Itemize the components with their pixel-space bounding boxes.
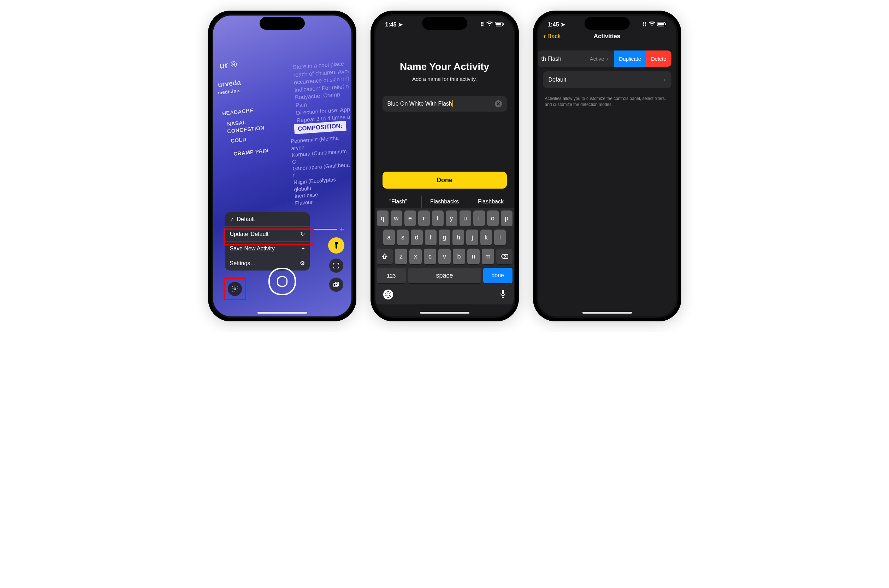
svg-point-8 <box>385 292 391 297</box>
bg-ingredients: Peppermint (Mentha arven Karpura (Cinnam… <box>290 134 351 206</box>
dynamic-island <box>422 17 467 30</box>
key-t[interactable]: t <box>432 210 444 226</box>
key-p[interactable]: p <box>501 210 513 226</box>
key-g[interactable]: g <box>439 230 450 245</box>
highlight-save-new-activity <box>223 228 313 246</box>
battery-icon <box>657 21 667 28</box>
key-e[interactable]: e <box>405 210 416 226</box>
keyboard-suggestions: "Flash" Flashbacks Flashback <box>375 196 514 208</box>
phone-3-frame: 1:45 ➤ ⠿ ‹ Back Activities <box>533 10 681 321</box>
cellular-icon: ⠿ <box>480 21 484 28</box>
key-l[interactable]: l <box>494 230 506 245</box>
activities-footer-note: Activities allow you to customize the co… <box>538 92 676 111</box>
key-m[interactable]: m <box>482 249 494 264</box>
menu-save-new-label: Save New Activity <box>230 246 275 252</box>
key-i[interactable]: i <box>473 210 485 226</box>
activity-row-flash-label: th Flash <box>541 56 562 62</box>
suggestion-0[interactable]: "Flash" <box>375 196 422 208</box>
key-z[interactable]: z <box>395 249 407 264</box>
emoji-button[interactable] <box>383 290 393 300</box>
key-b[interactable]: b <box>453 249 465 264</box>
phone-2-frame: 1:45 ➤ ⠿ Name Your Activity Add a name f… <box>370 10 519 321</box>
right-controls <box>328 237 344 292</box>
key-o[interactable]: o <box>487 210 499 226</box>
menu-item-settings[interactable]: Settings… ⚙ <box>225 256 310 270</box>
key-s[interactable]: s <box>397 230 409 245</box>
suggestion-1[interactable]: Flashbacks <box>422 196 468 208</box>
chevron-right-icon: › <box>606 55 609 63</box>
home-indicator[interactable] <box>582 312 632 314</box>
key-backspace[interactable] <box>496 249 513 264</box>
bg-brand-partial: ur ® <box>219 59 237 70</box>
home-indicator[interactable] <box>420 312 469 314</box>
chevron-left-icon: ‹ <box>544 32 546 41</box>
back-button[interactable]: ‹ Back <box>544 32 561 41</box>
svg-rect-11 <box>502 290 504 294</box>
key-n[interactable]: n <box>467 249 480 264</box>
svg-rect-4 <box>496 23 501 26</box>
wifi-icon <box>486 21 493 28</box>
activity-name-input[interactable]: Blue On White With Flash <box>382 96 507 112</box>
key-k[interactable]: k <box>480 230 492 245</box>
key-w[interactable]: w <box>391 210 402 226</box>
key-h[interactable]: h <box>453 230 464 245</box>
key-123[interactable]: 123 <box>377 268 406 283</box>
status-time: 1:45 <box>548 21 559 28</box>
delete-button[interactable]: Delete <box>646 51 671 67</box>
dynamic-island <box>585 17 630 30</box>
key-u[interactable]: u <box>460 210 471 226</box>
keyboard: qwertyuiop asdfghjkl zxcvbnm 123 space d… <box>375 208 514 304</box>
key-a[interactable]: a <box>383 230 395 245</box>
activity-row-flash[interactable]: th Flash Active › <box>538 51 614 67</box>
activity-row-swiped: th Flash Active › Duplicate Delete <box>538 51 672 67</box>
done-button-label: Done <box>436 177 453 184</box>
location-icon: ➤ <box>398 21 403 28</box>
key-c[interactable]: c <box>424 249 436 264</box>
key-y[interactable]: y <box>446 210 457 226</box>
phone-2-screen: 1:45 ➤ ⠿ Name Your Activity Add a name f… <box>375 15 514 316</box>
key-q[interactable]: q <box>377 210 388 226</box>
svg-rect-5 <box>503 23 504 25</box>
zoom-plus-icon[interactable]: + <box>340 225 344 234</box>
back-label: Back <box>547 33 561 40</box>
shutter-button[interactable] <box>268 268 296 295</box>
plus-icon: + <box>301 246 304 252</box>
key-shift[interactable] <box>377 249 393 264</box>
svg-point-10 <box>388 294 390 294</box>
x-icon <box>496 102 500 106</box>
suggestion-2[interactable]: Flashback <box>468 196 514 208</box>
multiview-icon <box>333 282 339 288</box>
emoji-icon <box>385 291 392 298</box>
key-space[interactable]: space <box>408 268 481 283</box>
key-r[interactable]: r <box>418 210 430 226</box>
dictation-button[interactable] <box>500 290 506 300</box>
key-done[interactable]: done <box>483 268 513 283</box>
svg-rect-13 <box>658 23 664 26</box>
key-j[interactable]: j <box>466 230 478 245</box>
flashlight-button[interactable] <box>328 237 344 254</box>
text-cursor <box>453 100 453 107</box>
home-indicator[interactable] <box>258 312 307 314</box>
key-f[interactable]: f <box>425 230 436 245</box>
activity-row-default-label: Default <box>549 76 567 83</box>
activity-name-value: Blue On White With Flash <box>387 100 452 107</box>
key-v[interactable]: v <box>438 249 451 264</box>
name-activity-subtitle: Add a name for this activity. <box>375 76 514 82</box>
clear-input-button[interactable] <box>495 100 502 107</box>
key-d[interactable]: d <box>411 230 423 245</box>
phone-1-frame: ur ® urveda medicine. HEADACHE NASAL CON… <box>208 10 356 321</box>
wifi-icon <box>649 21 655 28</box>
battery-icon <box>495 21 504 28</box>
location-icon: ➤ <box>561 21 565 28</box>
multiview-button[interactable] <box>329 278 343 292</box>
cellular-icon: ⠿ <box>642 21 647 28</box>
key-x[interactable]: x <box>409 249 422 264</box>
mic-icon <box>500 290 506 298</box>
activities-list: th Flash Active › Duplicate Delete Defau… <box>538 51 676 111</box>
menu-item-default[interactable]: ✓Default <box>225 212 310 227</box>
page-title: Activities <box>594 33 621 40</box>
detect-frame-button[interactable] <box>329 258 343 273</box>
duplicate-button[interactable]: Duplicate <box>614 51 646 67</box>
done-button[interactable]: Done <box>382 172 507 189</box>
activity-row-default[interactable]: Default › <box>543 71 672 88</box>
